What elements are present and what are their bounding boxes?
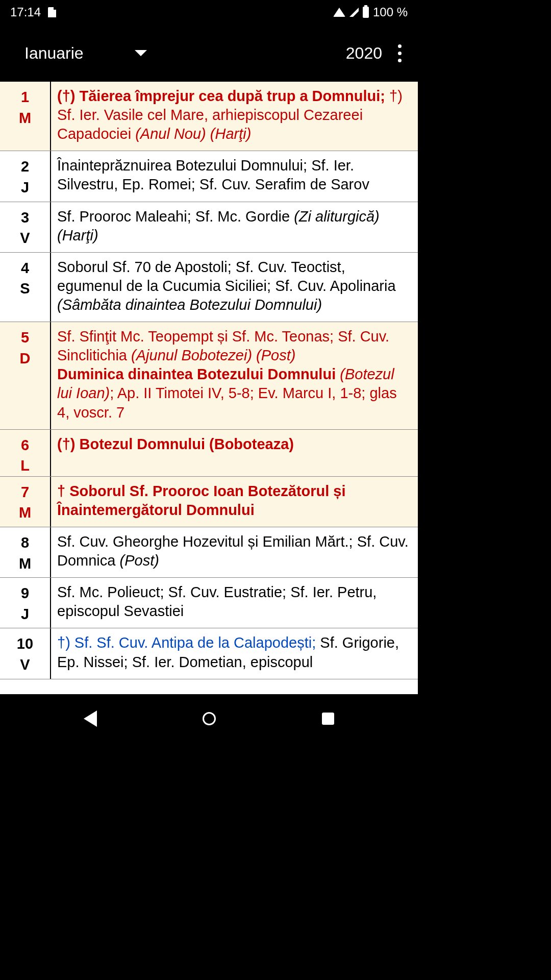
- date-column: 3V: [0, 202, 51, 252]
- day-row[interactable]: 7M† Soborul Sf. Prooroc Ioan Botezătorul…: [0, 477, 418, 527]
- day-content: (†) Botezul Domnului (Boboteaza): [51, 430, 418, 476]
- text-segment: (Post): [120, 552, 159, 569]
- day-abbr: L: [20, 455, 30, 476]
- day-content: Sf. Mc. Polieuct; Sf. Cuv. Eustratie; Sf…: [51, 578, 418, 628]
- day-row[interactable]: 1M(†) Tăierea împrejur cea după trup a D…: [0, 82, 418, 151]
- day-abbr: J: [21, 604, 29, 625]
- date-column: 4S: [0, 253, 51, 322]
- date-column: 8M: [0, 527, 51, 577]
- day-row[interactable]: 10V†) Sf. Sf. Cuv. Antipa de la Calapode…: [0, 628, 418, 679]
- date-column: 7M: [0, 477, 51, 527]
- day-row[interactable]: 8MSf. Cuv. Gheorghe Hozevitul și Emilian…: [0, 527, 418, 578]
- signal-icon: [349, 8, 359, 17]
- day-content: Sf. Sfinţit Mc. Teopempt și Sf. Mc. Teon…: [51, 322, 418, 429]
- text-segment: † Soborul Sf. Prooroc Ioan Botezătorul ș…: [57, 483, 346, 518]
- battery-icon: [363, 7, 369, 18]
- day-number: 9: [21, 583, 29, 604]
- text-segment: (Ajunul Bobotezei) (Post): [131, 347, 295, 363]
- day-abbr: M: [19, 108, 31, 129]
- nav-home-button[interactable]: [203, 712, 216, 725]
- day-row[interactable]: 9JSf. Mc. Polieuct; Sf. Cuv. Eustratie; …: [0, 578, 418, 628]
- day-abbr: D: [20, 348, 31, 369]
- day-abbr: M: [19, 553, 31, 574]
- text-segment: Sf. Prooroc Maleahi; Sf. Mc. Gordie: [57, 208, 294, 225]
- day-row[interactable]: 6L(†) Botezul Domnului (Boboteaza): [0, 430, 418, 477]
- day-content: (†) Tăierea împrejur cea după trup a Dom…: [51, 82, 418, 151]
- day-content: Sf. Prooroc Maleahi; Sf. Mc. Gordie (Zi …: [51, 202, 418, 252]
- chevron-down-icon: [135, 50, 147, 56]
- day-row[interactable]: 4SSoborul Sf. 70 de Apostoli; Sf. Cuv. T…: [0, 253, 418, 322]
- day-content: † Soborul Sf. Prooroc Ioan Botezătorul ș…: [51, 477, 418, 527]
- day-number: 7: [21, 482, 29, 503]
- day-abbr: V: [20, 228, 30, 249]
- text-segment: Sf. Cuv. Gheorghe Hozevitul și Emilian M…: [57, 533, 409, 569]
- day-content: †) Sf. Sf. Cuv. Antipa de la Calapodești…: [51, 628, 418, 678]
- status-bar: 17:14 100 %: [0, 0, 418, 24]
- date-column: 5D: [0, 322, 51, 429]
- text-segment: (†) Botezul Domnului (Boboteaza): [57, 436, 294, 452]
- day-row[interactable]: 5DSf. Sfinţit Mc. Teopempt și Sf. Mc. Te…: [0, 322, 418, 430]
- more-menu-button[interactable]: [391, 44, 408, 62]
- day-content: Înainteprăznuirea Botezului Domnului; Sf…: [51, 151, 418, 201]
- android-nav-bar: [0, 694, 418, 743]
- day-number: 6: [21, 435, 29, 456]
- day-number: 10: [17, 633, 33, 654]
- nav-recent-button[interactable]: [322, 713, 334, 725]
- text-segment: (Anul Nou) (Harţi): [135, 126, 251, 142]
- text-segment: Duminica dinaintea Botezului Domnului: [57, 366, 340, 382]
- app-bar: Ianuarie 2020: [0, 24, 418, 82]
- day-row[interactable]: 2JÎnainteprăznuirea Botezului Domnului; …: [0, 151, 418, 202]
- month-dropdown[interactable]: Ianuarie: [24, 44, 147, 63]
- text-segment: (†) Tăierea împrejur cea după trup a Dom…: [57, 88, 389, 104]
- battery-text: 100 %: [373, 5, 408, 19]
- date-column: 2J: [0, 151, 51, 201]
- wifi-icon: [333, 8, 345, 17]
- date-column: 1M: [0, 82, 51, 151]
- text-segment: Înainteprăznuirea Botezului Domnului; Sf…: [57, 157, 369, 192]
- day-row[interactable]: 3VSf. Prooroc Maleahi; Sf. Mc. Gordie (Z…: [0, 202, 418, 253]
- date-column: 10V: [0, 628, 51, 678]
- date-column: 9J: [0, 578, 51, 628]
- day-content: Soborul Sf. 70 de Apostoli; Sf. Cuv. Teo…: [51, 253, 418, 322]
- calendar-list[interactable]: 1M(†) Tăierea împrejur cea după trup a D…: [0, 82, 418, 694]
- day-abbr: M: [19, 502, 31, 523]
- text-segment: Sf. Mc. Polieuct; Sf. Cuv. Eustratie; Sf…: [57, 584, 377, 619]
- day-number: 3: [21, 207, 29, 228]
- day-number: 2: [21, 156, 29, 177]
- day-number: 8: [21, 532, 29, 553]
- nav-back-button[interactable]: [84, 710, 97, 727]
- day-abbr: V: [20, 654, 30, 675]
- day-content: Sf. Cuv. Gheorghe Hozevitul și Emilian M…: [51, 527, 418, 577]
- text-segment: (Sâmbăta dinaintea Botezului Domnului): [57, 297, 322, 313]
- dots-icon: [398, 44, 402, 48]
- status-time: 17:14: [10, 5, 41, 19]
- day-abbr: J: [21, 177, 29, 198]
- sd-card-icon: [48, 7, 56, 17]
- year-label[interactable]: 2020: [346, 44, 391, 63]
- text-segment: Soborul Sf. 70 de Apostoli; Sf. Cuv. Teo…: [57, 259, 396, 294]
- text-segment: †) Sf. Sf. Cuv. Antipa de la Calapodești…: [57, 634, 320, 651]
- date-column: 6L: [0, 430, 51, 476]
- day-number: 1: [21, 87, 29, 108]
- day-number: 4: [21, 258, 29, 279]
- day-abbr: S: [20, 278, 30, 299]
- day-number: 5: [21, 327, 29, 348]
- month-label: Ianuarie: [24, 44, 84, 63]
